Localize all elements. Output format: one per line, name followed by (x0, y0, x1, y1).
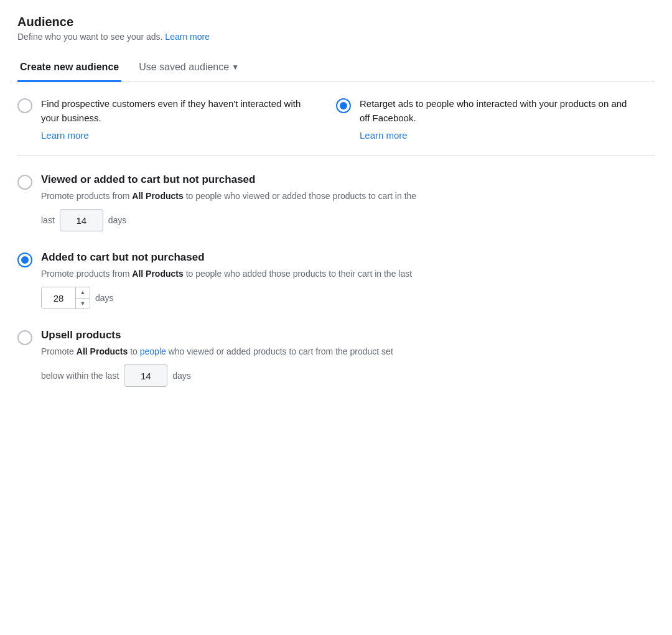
header-learn-more-link[interactable]: Learn more (165, 32, 210, 42)
added-cart-days-input[interactable] (42, 287, 76, 309)
retarget-option-viewed: Viewed or added to cart but not purchase… (17, 164, 655, 241)
viewed-days-suffix: days (108, 215, 127, 225)
added-cart-title: Added to cart but not purchased (41, 251, 655, 264)
tabs-container: Create new audience Use saved audience ▼ (17, 54, 655, 82)
upsell-content: Upsell products Promote All Products to … (41, 329, 655, 387)
added-cart-desc: Promote products from All Products to pe… (41, 267, 655, 280)
prospective-text: Find prospective customers even if they … (41, 97, 311, 125)
radio-upsell[interactable] (17, 330, 32, 345)
spinner-down-button[interactable]: ▼ (76, 299, 90, 310)
radio-retarget[interactable] (336, 98, 351, 113)
retarget-option-upsell: Upsell products Promote All Products to … (17, 319, 655, 397)
radio-added-to-cart[interactable] (17, 253, 32, 267)
tab-create-new[interactable]: Create new audience (17, 54, 121, 82)
retarget-learn-more[interactable]: Learn more (360, 130, 408, 141)
viewed-option-content: Viewed or added to cart but not purchase… (41, 174, 655, 231)
viewed-option-desc: Promote products from All Products to pe… (41, 190, 655, 203)
upsell-days-row: below within the last days (41, 364, 655, 387)
spinner-up-button[interactable]: ▲ (76, 287, 90, 299)
page-title: Audience (17, 15, 655, 29)
audience-option-prospective[interactable]: Find prospective customers even if they … (17, 97, 336, 141)
prospective-learn-more[interactable]: Learn more (41, 130, 89, 141)
retarget-option-added-cart: Added to cart but not purchased Promote … (17, 241, 655, 319)
prospective-content: Find prospective customers even if they … (41, 97, 311, 141)
retarget-options: Viewed or added to cart but not purchase… (17, 156, 655, 397)
retarget-content: Retarget ads to people who interacted wi… (360, 97, 630, 141)
viewed-option-title: Viewed or added to cart but not purchase… (41, 174, 655, 186)
upsell-days-label: below within the last (41, 371, 119, 381)
upsell-days-input[interactable] (124, 364, 167, 387)
upsell-people-link[interactable]: people (140, 346, 166, 356)
tab-use-saved[interactable]: Use saved audience ▼ (136, 54, 241, 82)
audience-option-retarget[interactable]: Retarget ads to people who interacted wi… (336, 97, 655, 141)
page-header: Audience Define who you want to see your… (17, 15, 655, 42)
spinner-buttons: ▲ ▼ (76, 287, 90, 309)
audience-type-options: Find prospective customers even if they … (17, 82, 655, 156)
added-cart-content: Added to cart but not purchased Promote … (41, 251, 655, 309)
retarget-text: Retarget ads to people who interacted wi… (360, 97, 630, 125)
upsell-title: Upsell products (41, 329, 655, 341)
viewed-days-row: last days (41, 209, 655, 231)
radio-viewed-or-added[interactable] (17, 175, 32, 190)
added-cart-spinner: ▲ ▼ (41, 287, 90, 309)
page-subtitle: Define who you want to see your ads. Lea… (17, 32, 655, 42)
upsell-days-suffix: days (172, 371, 191, 381)
added-cart-days-row: ▲ ▼ days (41, 287, 655, 309)
viewed-days-prefix: last (41, 215, 55, 225)
viewed-days-input[interactable] (60, 209, 103, 231)
added-cart-days-suffix: days (95, 293, 114, 303)
upsell-desc: Promote All Products to people who viewe… (41, 345, 655, 358)
chevron-down-icon: ▼ (231, 63, 239, 72)
radio-prospective[interactable] (17, 98, 32, 113)
